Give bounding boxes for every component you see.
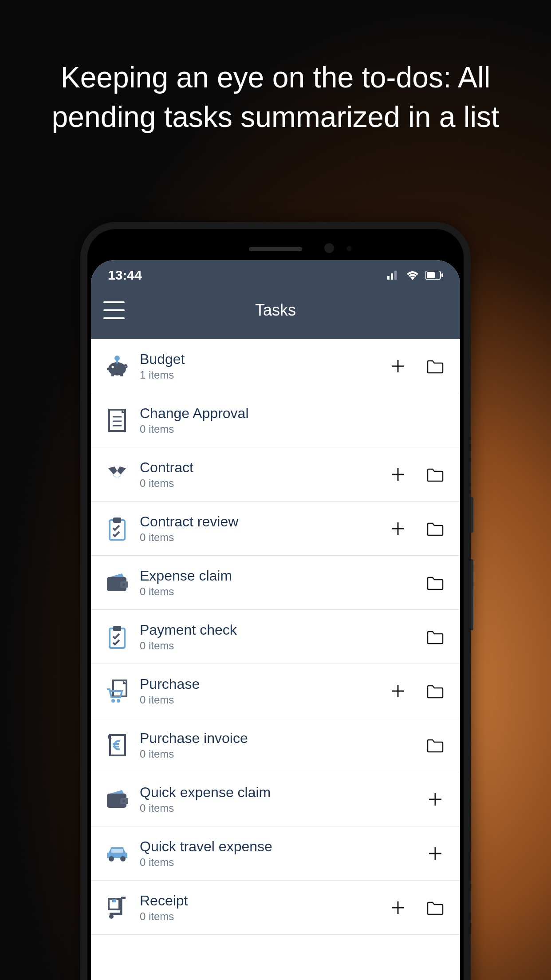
task-actions (425, 735, 449, 755)
svg-rect-41 (111, 849, 123, 853)
svg-rect-21 (110, 520, 125, 540)
task-title: Budget (140, 351, 388, 368)
task-count: 0 items (140, 477, 388, 490)
task-row[interactable]: Purchase invoice0 items (91, 718, 460, 772)
svg-point-9 (112, 366, 114, 368)
task-text: Budget1 items (133, 351, 388, 381)
svg-rect-10 (111, 373, 114, 376)
svg-rect-0 (387, 276, 390, 280)
svg-point-43 (120, 856, 126, 861)
task-title: Payment check (140, 621, 425, 638)
svg-point-27 (122, 583, 125, 586)
task-actions (425, 790, 449, 809)
svg-rect-12 (107, 368, 110, 370)
task-title: Contract (140, 459, 388, 476)
task-title: Quick travel expense (140, 838, 425, 855)
dolly-icon (102, 894, 133, 921)
task-count: 0 items (140, 748, 425, 760)
menu-button[interactable] (103, 301, 125, 319)
add-button[interactable] (388, 356, 408, 376)
task-actions (388, 465, 449, 484)
phone-frame: 13:44 Tasks (80, 222, 471, 980)
task-row[interactable]: Contract review0 items (91, 502, 460, 556)
task-text: Quick travel expense0 items (133, 838, 425, 868)
task-text: Expense claim0 items (133, 567, 425, 597)
svg-rect-2 (394, 271, 397, 280)
svg-point-31 (111, 699, 115, 703)
task-actions (425, 844, 449, 863)
svg-rect-47 (112, 899, 116, 902)
task-row[interactable]: Purchase0 items (91, 664, 460, 718)
task-actions (388, 898, 449, 917)
folder-button[interactable] (425, 898, 445, 917)
cart-icon (102, 678, 133, 704)
task-title: Contract review (140, 513, 388, 530)
folder-button[interactable] (425, 627, 445, 647)
add-button[interactable] (425, 844, 445, 863)
folder-button[interactable] (425, 573, 445, 593)
add-button[interactable] (388, 898, 408, 917)
task-text: Purchase0 items (133, 676, 388, 706)
task-text: Change Approval0 items (133, 405, 445, 435)
add-button[interactable] (388, 519, 408, 538)
task-row[interactable]: Payment check0 items (91, 610, 460, 664)
svg-rect-22 (113, 518, 121, 523)
task-title: Purchase (140, 676, 388, 692)
phone-side-button (471, 497, 473, 533)
status-time: 13:44 (108, 268, 142, 283)
add-button[interactable] (388, 681, 408, 701)
task-row[interactable]: Quick expense claim0 items (91, 772, 460, 826)
svg-point-6 (108, 362, 126, 375)
task-text: Receipt0 items (133, 892, 388, 922)
wallet-icon (102, 786, 133, 813)
task-row[interactable]: Budget1 items (91, 339, 460, 393)
task-count: 0 items (140, 856, 425, 869)
phone-camera (324, 243, 334, 253)
task-row[interactable]: Change Approval0 items (91, 393, 460, 447)
car-icon (102, 840, 133, 867)
wallet-icon (102, 569, 133, 596)
task-count: 1 items (140, 369, 388, 381)
task-actions (388, 356, 449, 376)
task-actions (388, 681, 449, 701)
task-title: Change Approval (140, 405, 445, 422)
svg-rect-8 (116, 360, 118, 364)
add-button[interactable] (425, 790, 445, 809)
clipboard-icon (102, 624, 133, 650)
folder-button[interactable] (425, 735, 445, 755)
task-count: 0 items (140, 531, 388, 544)
folder-button[interactable] (425, 681, 445, 701)
phone-side-button (471, 559, 473, 630)
task-row[interactable]: Expense claim0 items (91, 556, 460, 610)
svg-rect-29 (113, 626, 121, 631)
task-row[interactable]: Receipt0 items (91, 881, 460, 935)
task-count: 0 items (140, 423, 445, 435)
phone-sensor (346, 246, 352, 251)
euro-icon (102, 732, 133, 759)
svg-rect-4 (427, 272, 435, 278)
signal-icon (387, 271, 400, 280)
page-title: Tasks (255, 301, 296, 320)
folder-button[interactable] (425, 356, 445, 376)
task-title: Receipt (140, 892, 388, 909)
task-row[interactable]: Quick travel expense0 items (91, 826, 460, 881)
task-count: 0 items (140, 694, 388, 706)
status-bar: 13:44 (91, 260, 460, 290)
folder-button[interactable] (425, 465, 445, 484)
task-count: 0 items (140, 910, 388, 923)
svg-point-42 (109, 856, 114, 861)
task-count: 0 items (140, 585, 425, 598)
add-button[interactable] (388, 465, 408, 484)
task-actions (425, 627, 449, 647)
task-text: Purchase invoice0 items (133, 730, 425, 760)
document-icon (102, 407, 133, 434)
marketing-headline: Keeping an eye on the to-dos: All pendin… (0, 0, 551, 137)
svg-point-48 (109, 914, 114, 919)
task-row[interactable]: Contract0 items (91, 447, 460, 502)
svg-point-38 (122, 800, 125, 802)
task-title: Purchase invoice (140, 730, 425, 747)
task-actions (388, 519, 449, 538)
folder-button[interactable] (425, 519, 445, 538)
task-count: 0 items (140, 802, 425, 814)
task-title: Quick expense claim (140, 784, 425, 801)
